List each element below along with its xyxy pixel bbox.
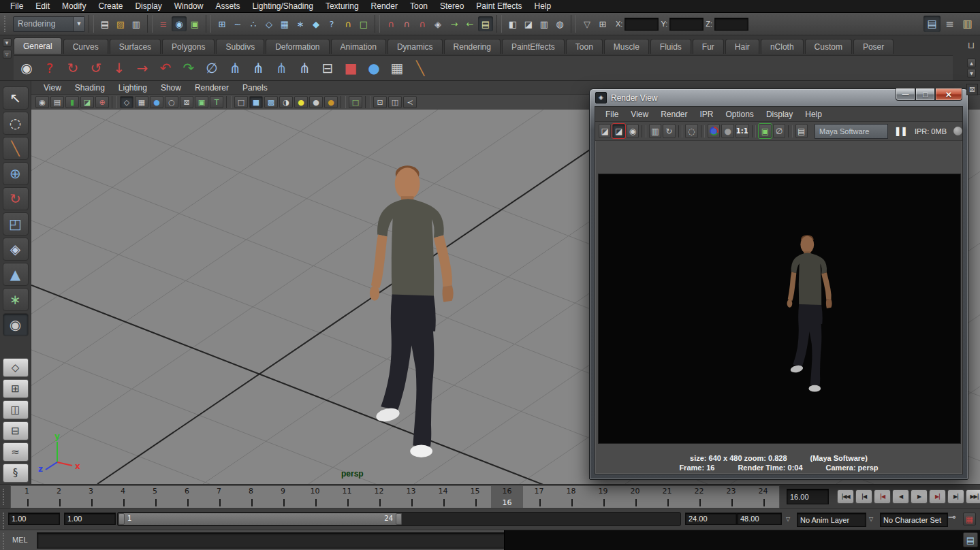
set-key-icon[interactable]: ⊸ <box>948 512 956 522</box>
shelf-tab-deformation[interactable]: Deformation <box>266 39 329 54</box>
parent-icon[interactable]: ⋔ <box>271 58 291 78</box>
timeline-frame-2[interactable]: 2 <box>43 486 75 508</box>
timeline-frame-17[interactable]: 17 <box>523 486 555 508</box>
menu-paint-effects[interactable]: Paint Effects <box>470 0 528 13</box>
rgb-channels-icon[interactable]: ● <box>708 124 720 138</box>
shelf-tab-general[interactable]: General <box>14 37 62 54</box>
command-output-area[interactable]: ▤ <box>504 530 980 550</box>
textured-lighting-icon[interactable]: ● <box>324 96 338 108</box>
plugin-display-icon[interactable]: ≺ <box>403 96 417 108</box>
camera-attributes-icon[interactable]: ▤ <box>50 96 64 108</box>
anim-layer-selector[interactable] <box>797 513 866 527</box>
timeline-frame-15[interactable]: 15 <box>459 486 491 508</box>
shelf-scroll-up-icon[interactable]: ▲ <box>967 59 976 67</box>
select-hierarchy-icon[interactable]: ≡ <box>156 16 171 31</box>
redo-icon[interactable]: ↷ <box>178 58 199 78</box>
shelf-tab-custom[interactable]: Custom <box>805 39 852 54</box>
menu-help[interactable]: Help <box>528 0 558 13</box>
render-view-titlebar[interactable]: ◈ Render View —□× <box>590 89 968 106</box>
snap-view-plane-icon[interactable]: ▦ <box>277 16 292 31</box>
open-render-settings-icon[interactable]: ▤ <box>795 124 808 138</box>
layout-four-pane-icon[interactable]: ⊞ <box>3 379 29 398</box>
lasso-tool-icon[interactable]: ◌ <box>3 112 29 135</box>
last-tool-icon[interactable]: ◉ <box>3 313 29 336</box>
keep-image-icon[interactable]: ▣ <box>759 124 771 138</box>
range-end-handle[interactable] <box>396 513 402 525</box>
shelf-tab-fur[interactable]: Fur <box>693 39 724 54</box>
quick-help-icon[interactable]: ? <box>324 16 339 31</box>
timeline-frame-6[interactable]: 6 <box>171 486 203 508</box>
make-live-icon[interactable]: ◆ <box>309 16 323 31</box>
menu-file[interactable]: File <box>4 0 29 13</box>
select-object-icon[interactable]: ◉ <box>172 16 187 31</box>
safe-action-icon[interactable]: ▣ <box>195 96 208 108</box>
textured-icon[interactable]: ▩ <box>264 96 278 108</box>
paint-selection-tool-icon[interactable]: ╲ <box>3 137 29 160</box>
construction-history-icon[interactable]: ▤ <box>478 16 493 31</box>
shelf-menu-icon[interactable]: ▽ <box>3 50 12 59</box>
playback-start-input[interactable] <box>64 513 116 525</box>
drag-handle[interactable] <box>3 513 8 529</box>
ipr-render-icon[interactable]: ▥ <box>649 124 661 138</box>
panel-menu-shading[interactable]: Shading <box>68 83 112 93</box>
snapshot-icon[interactable]: ◉ <box>627 124 639 138</box>
menu-lighting-shading[interactable]: Lighting/Shading <box>246 0 319 13</box>
rotate-tool-icon[interactable]: ↻ <box>3 187 29 210</box>
shelf-tab-subdivs[interactable]: Subdivs <box>216 39 264 54</box>
menu-display[interactable]: Display <box>129 0 168 13</box>
command-language-toggle[interactable]: MEL <box>12 536 28 544</box>
shelf-tab-toon[interactable]: Toon <box>566 39 603 54</box>
shelf-tab-painteffects[interactable]: PaintEffects <box>502 39 565 54</box>
xray-icon[interactable]: ◫ <box>388 96 402 108</box>
layout-persp-graph-icon[interactable]: ⊟ <box>3 421 29 440</box>
rv-menu-display[interactable]: Display <box>760 110 799 119</box>
menu-texturing[interactable]: Texturing <box>319 0 365 13</box>
shelf-tab-surfaces[interactable]: Surfaces <box>110 39 161 54</box>
resolution-gate-icon[interactable]: ● <box>150 96 163 108</box>
anim-layer-menu-icon[interactable]: ▽ <box>783 515 793 524</box>
select-tool-icon[interactable]: ↖ <box>3 86 29 110</box>
auto-keyframe-icon[interactable]: ▦ <box>963 513 976 525</box>
snap-projected-center-icon[interactable]: ◇ <box>262 16 276 31</box>
snap-align-objects-icon[interactable]: ∩ <box>383 16 398 31</box>
rv-menu-render[interactable]: Render <box>654 110 693 119</box>
drag-handle[interactable] <box>4 16 10 32</box>
timeline-frame-3[interactable]: 3 <box>75 486 107 508</box>
menu-create[interactable]: Create <box>92 0 129 13</box>
select-component-icon[interactable]: ▣ <box>187 16 202 31</box>
shelf-tab-polygons[interactable]: Polygons <box>162 39 215 54</box>
region-render-icon[interactable]: ◌ <box>685 124 697 138</box>
menu-edit[interactable]: Edit <box>29 0 56 13</box>
timeline-frame-1[interactable]: 1 <box>11 486 43 508</box>
y-coordinate-input[interactable] <box>669 18 704 31</box>
render-settings-icon[interactable]: ◍ <box>552 16 567 31</box>
shelf-scroll-down-icon[interactable]: ▼ <box>967 69 976 78</box>
shelf-tab-rendering[interactable]: Rendering <box>444 39 501 54</box>
step-forward-key-button[interactable]: ▶| <box>929 489 946 504</box>
maximize-button[interactable]: □ <box>915 88 935 101</box>
shelf-tab-muscle[interactable]: Muscle <box>604 39 649 54</box>
timeline-frame-7[interactable]: 7 <box>203 486 235 508</box>
paint-selection-icon[interactable]: ╲ <box>410 58 430 78</box>
show-manipulator-icon[interactable]: ∗ <box>3 288 29 311</box>
rv-menu-help[interactable]: Help <box>799 110 828 119</box>
new-scene-icon[interactable]: ▤ <box>97 16 112 31</box>
minimize-button[interactable]: — <box>896 88 915 101</box>
ungroup-icon[interactable]: ⋔ <box>248 58 268 78</box>
group-icon[interactable]: ⋔ <box>225 58 245 78</box>
camera-track-icon[interactable]: ↓ <box>109 58 129 78</box>
unparent-icon[interactable]: ⋔ <box>294 58 315 78</box>
soft-modification-icon[interactable]: ▲ <box>3 263 29 286</box>
playback-range-bar[interactable]: 1 24 <box>118 513 402 525</box>
film-gate-icon[interactable]: ▦ <box>135 96 148 108</box>
select-nurbs-icon[interactable]: ● <box>364 58 384 78</box>
inputs-to-selected-icon[interactable]: → <box>447 16 462 31</box>
pane-close-icon[interactable]: ⊠ <box>966 84 978 95</box>
pause-ipr-icon[interactable]: ▌▌ <box>896 126 909 136</box>
menu-window[interactable]: Window <box>168 0 210 13</box>
step-back-key-button[interactable]: |◀ <box>874 489 891 504</box>
go-to-end-button[interactable]: ▶▶| <box>966 489 980 504</box>
panel-menu-renderer[interactable]: Renderer <box>188 83 236 93</box>
timeline-frame-19[interactable]: 19 <box>587 486 619 508</box>
z-coordinate-input[interactable] <box>714 18 748 31</box>
